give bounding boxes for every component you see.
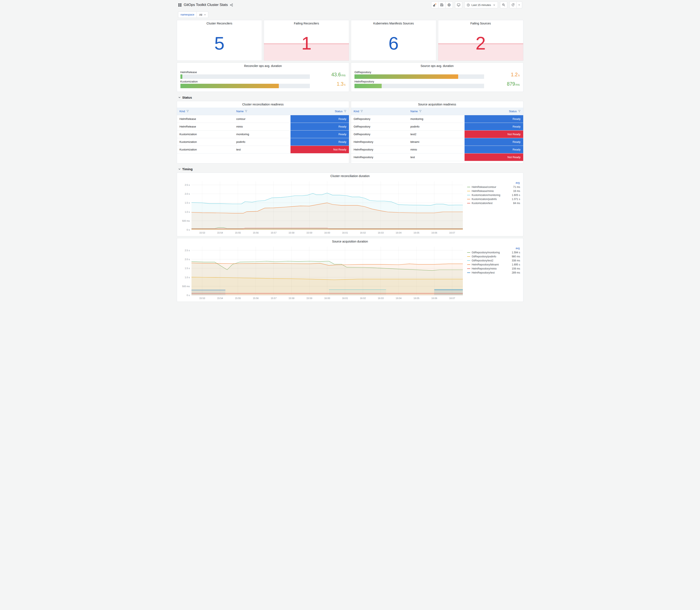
filter-icon[interactable]	[518, 110, 521, 112]
legend-row: HelmRelease/contour 71 ms	[467, 185, 520, 189]
section-label: Status	[182, 96, 192, 99]
filter-icon[interactable]	[344, 110, 346, 112]
cell-kind: HelmRepository	[351, 146, 408, 153]
tv-mode-button[interactable]	[455, 1, 462, 8]
panel-title[interactable]: Cluster reconciliation duration	[177, 173, 523, 179]
table-row: HelmRepository test Not Ready	[351, 153, 523, 161]
panel-title[interactable]: Failing Sources	[438, 20, 523, 27]
legend-avg-header[interactable]: avg	[467, 247, 520, 250]
table-row: GitRepository test2 Not Ready	[351, 130, 523, 138]
legend-series-name[interactable]: Kustomization/podinfo	[472, 198, 510, 200]
legend-swatch	[467, 252, 470, 253]
panel-title[interactable]: Reconciler ops avg. duration	[177, 63, 349, 69]
svg-text:16:03: 16:03	[378, 297, 384, 300]
legend-series-name[interactable]: GitRepository/monitoring	[472, 251, 510, 254]
legend-series-avg: 1.695 s	[512, 263, 520, 266]
filter-icon[interactable]	[419, 110, 422, 112]
tables-row: Cluster reconciliation readiness Kind Na…	[177, 101, 523, 163]
svg-text:15:59: 15:59	[306, 231, 312, 234]
add-panel-button[interactable]	[431, 1, 438, 8]
gauge-value-unit: ms	[516, 83, 520, 86]
variable-namespace-dropdown[interactable]: All	[197, 12, 208, 18]
gauge-body: HelmRelease 43.6ms Kustomization	[177, 69, 349, 90]
cell-status: Ready	[465, 138, 523, 146]
filter-icon[interactable]	[186, 110, 189, 112]
legend-series-avg: 84 ms	[513, 202, 520, 205]
panel-title[interactable]: Cluster reconciliation readiness	[177, 101, 349, 108]
svg-text:1.0 s: 1.0 s	[185, 276, 190, 279]
topbar: GitOps Toolkit Cluster Stats	[175, 0, 525, 10]
time-series-plot[interactable]: 0 s500 ms1.0 s1.5 s2.0 s2.5 s15:5315:541…	[179, 245, 465, 300]
save-dashboard-button[interactable]	[438, 1, 446, 8]
cell-kind: GitRepository	[351, 130, 408, 138]
section-header-status[interactable]: Status	[177, 94, 523, 101]
svg-text:1.0 s: 1.0 s	[185, 211, 190, 213]
svg-text:16:03: 16:03	[378, 231, 384, 234]
legend-series-name[interactable]: HelmRepository/test	[472, 271, 510, 274]
column-header-status[interactable]: Status	[465, 108, 523, 115]
column-header-kind[interactable]: Kind	[177, 108, 234, 115]
legend-series-name[interactable]: GitRepository/test2	[472, 259, 510, 262]
panel-title[interactable]: Failing Reconcilers	[264, 20, 349, 27]
legend-series-avg: 108 ms	[512, 267, 520, 270]
column-header-name[interactable]: Name	[234, 108, 291, 115]
gauge-label: GitRepository	[355, 70, 484, 74]
filter-icon[interactable]	[360, 110, 363, 112]
filter-icon[interactable]	[245, 110, 247, 112]
gauge-panel-reconciler-ops: Reconciler ops avg. duration HelmRelease…	[177, 63, 349, 92]
panel-title[interactable]: Source ops avg. duration	[351, 63, 523, 69]
status-badge: Ready	[291, 138, 349, 146]
legend-series-name[interactable]: Kustomization/monitoring	[472, 194, 510, 197]
legend-avg-header[interactable]: avg	[467, 181, 520, 184]
refresh-interval-dropdown[interactable]	[517, 1, 522, 8]
table-row: HelmRepository minio Ready	[351, 146, 523, 153]
panel-title[interactable]: Cluster Reconcilers	[177, 20, 262, 27]
panel-title[interactable]: Source acquisition readiness	[351, 101, 523, 108]
svg-text:2.0 s: 2.0 s	[185, 258, 190, 261]
legend-swatch	[467, 256, 470, 257]
svg-text:16:02: 16:02	[360, 231, 366, 234]
gauge-value-number: 879	[507, 81, 515, 87]
table-panel-source-readiness: Source acquisition readiness Kind Name S…	[351, 101, 523, 163]
variables-row: namespace All	[175, 10, 525, 19]
legend-swatch	[467, 260, 470, 261]
gauges-row: Reconciler ops avg. duration HelmRelease…	[177, 63, 523, 92]
gauge-label: HelmRepository	[355, 80, 484, 83]
time-range-picker[interactable]: Last 15 minutes	[464, 1, 498, 8]
variable-namespace-value: All	[199, 13, 202, 16]
panel-title[interactable]: Source acquisition duration	[177, 238, 523, 245]
legend-row: Kustomization/monitoring 1.605 s	[467, 193, 520, 197]
dashboard-settings-button[interactable]: ⚙	[446, 1, 453, 8]
legend-row: GitRepository/test2 338 ms	[467, 258, 520, 262]
column-header-name[interactable]: Name	[408, 108, 465, 115]
gauge-value: 1.3s	[337, 81, 345, 87]
panel-title[interactable]: Kubernetes Manifests Sources	[351, 20, 436, 27]
save-icon	[440, 3, 443, 6]
variable-namespace-label[interactable]: namespace	[178, 12, 197, 18]
legend-series-avg: 16 ms	[513, 190, 520, 193]
stat-panel: Failing Sources 2	[438, 20, 523, 61]
svg-text:500 ms: 500 ms	[182, 285, 190, 288]
stat-body: 5	[177, 27, 262, 61]
dashboard-actions-group: ⚙	[431, 1, 453, 8]
gauge-row: HelmRepository 879ms	[355, 80, 520, 88]
zoom-out-icon	[502, 3, 505, 6]
svg-text:15:56: 15:56	[253, 297, 259, 300]
column-header-status[interactable]: Status	[291, 108, 349, 115]
legend-series-name[interactable]: Kustomization/test	[472, 202, 512, 205]
legend-series-name[interactable]: HelmRelease/contour	[472, 186, 512, 189]
status-badge: Ready	[465, 115, 523, 123]
legend-series-name[interactable]: HelmRepository/bitnami	[472, 263, 510, 266]
legend-row: HelmRelease/minio 16 ms	[467, 189, 520, 193]
legend-series-name[interactable]: GitRepository/podinfo	[472, 255, 510, 258]
refresh-button[interactable]	[509, 1, 517, 8]
dashboard-grid-icon[interactable]	[178, 3, 182, 7]
share-icon[interactable]	[230, 3, 233, 6]
time-series-plot[interactable]: 0 s500 ms1.0 s1.5 s2.0 s2.5 s15:5315:541…	[179, 179, 465, 235]
legend-series-name[interactable]: HelmRelease/minio	[472, 190, 512, 193]
refresh-icon	[511, 3, 515, 6]
column-header-kind[interactable]: Kind	[351, 108, 408, 115]
section-header-timing[interactable]: Timing	[177, 165, 523, 173]
zoom-out-button[interactable]	[500, 1, 507, 8]
legend-series-name[interactable]: HelmRepository/minio	[472, 267, 510, 270]
